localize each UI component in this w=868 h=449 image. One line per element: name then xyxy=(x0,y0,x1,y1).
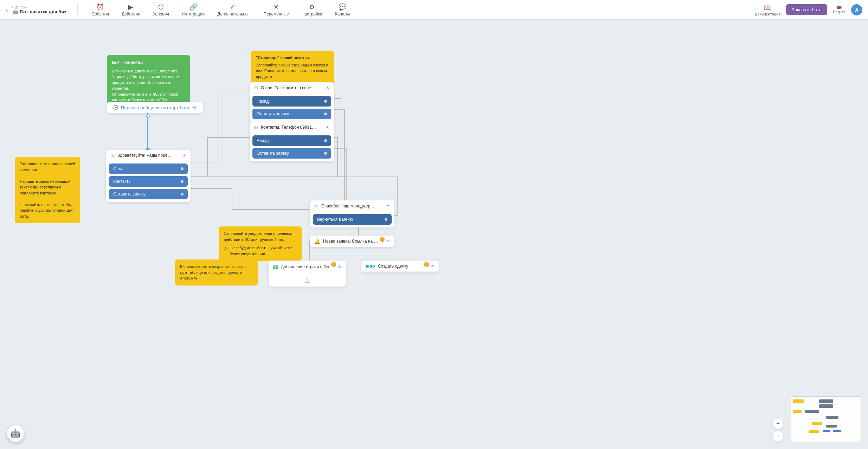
btn-connector-dot xyxy=(385,218,387,221)
contacts-msg-header: ✉ Контакты. Телефон 89991234567 Наш адре… xyxy=(250,122,334,133)
envelope-icon: ✉ xyxy=(314,203,319,209)
about-eye-icon[interactable]: 👁 xyxy=(326,85,330,90)
nav-events-label: События xyxy=(92,12,109,17)
new-order-text: Новая заявка! Ссылка на пользователя... xyxy=(323,239,379,244)
order-bot-button[interactable]: Заказать бота xyxy=(786,4,827,15)
amocrm-icon: amo xyxy=(366,263,375,269)
mini-node-7 xyxy=(812,422,822,425)
flag-icon: 🇬🇧 xyxy=(837,5,842,10)
chat-bubble[interactable]: 🤖 xyxy=(7,425,24,442)
about-msg-node[interactable]: ✉ О нас. Расскажите о своем продукте. Вы… xyxy=(250,82,334,122)
channels-icon: 💬 xyxy=(339,3,346,11)
mini-node-1 xyxy=(793,399,804,403)
nav-events[interactable]: ⏰ События xyxy=(86,2,115,18)
scenario-label: Сценарий xyxy=(12,5,70,9)
contacts-btn-back[interactable]: Назад xyxy=(252,135,331,146)
nav-extra[interactable]: ✓ Дополнительно xyxy=(212,2,253,18)
minimap xyxy=(791,396,861,442)
mini-node-9 xyxy=(809,430,819,433)
mini-node-6 xyxy=(826,416,838,419)
nav-actions[interactable]: ▶ Действия xyxy=(116,2,146,18)
thanks-btn-return[interactable]: Вернуться в меню xyxy=(313,214,392,225)
nav-variables[interactable]: ✕ Переменные xyxy=(258,2,295,18)
thanks-eye-icon[interactable]: 👁 xyxy=(386,204,390,209)
order-label: Оставить заявку xyxy=(257,151,289,156)
google-sheets-node[interactable]: ▦ Добавление строки в Google Таблицу ! 👁… xyxy=(269,261,346,287)
conditions-icon: ⬡ xyxy=(158,3,164,11)
about-btn-order[interactable]: Оставить заявку xyxy=(252,109,331,119)
nav-channels[interactable]: 💬 Каналы xyxy=(329,2,356,18)
nav-conditions[interactable]: ⬡ Условия xyxy=(147,2,175,18)
welcome-btn-order[interactable]: Оставить заявку xyxy=(109,189,188,199)
zoom-in-button[interactable]: + xyxy=(772,418,784,429)
about-btn-back[interactable]: Назад xyxy=(252,96,331,107)
contacts-btn-order[interactable]: Оставить заявку xyxy=(252,148,331,159)
note-save: Вы также можете сохранить заявку в гугл-… xyxy=(175,259,258,286)
back-label: Назад xyxy=(257,138,269,143)
mini-node-8 xyxy=(826,425,837,428)
mini-node-2 xyxy=(819,399,833,403)
start-icon: 💬 xyxy=(112,105,118,110)
nav-settings[interactable]: ⚙ Настройки xyxy=(296,2,328,18)
language-label: English xyxy=(833,10,846,14)
docs-link[interactable]: 📖 Документация xyxy=(755,4,780,16)
google-sheets-icon: ▦ xyxy=(273,263,278,270)
note-intro-title: Бот – визитка xyxy=(112,59,185,66)
start-eye-icon[interactable]: 👁 xyxy=(192,105,197,110)
mini-node-3 xyxy=(819,404,833,408)
note-intro: Бот – визитка Бот-визитка для бизнеса. З… xyxy=(107,55,190,107)
back-button[interactable]: ‹ xyxy=(6,6,8,14)
welcome-msg-node[interactable]: ✉ Здравствуйте! Рады приветствовать вас … xyxy=(106,150,191,202)
language-selector[interactable]: 🇬🇧 English xyxy=(833,5,846,14)
mini-node-10 xyxy=(823,430,830,432)
welcome-msg-header: ✉ Здравствуйте! Рады приветствовать вас … xyxy=(106,150,191,161)
user-avatar[interactable]: А xyxy=(851,4,862,15)
welcome-btn-about[interactable]: О нас xyxy=(109,163,188,174)
new-order-eye-icon[interactable]: 👁 xyxy=(386,239,390,244)
welcome-msg-text: Здравствуйте! Рады приветствовать вас в.… xyxy=(117,153,174,158)
btn-connector-dot xyxy=(324,152,327,155)
note-main-page-text: Это главная страница о вашей компании.На… xyxy=(20,161,75,219)
google-sheets-text: Добавление строки в Google Таблицу xyxy=(281,264,335,269)
envelope-icon: ✉ xyxy=(110,153,115,158)
mini-node-5 xyxy=(805,410,819,413)
start-node[interactable]: 💬 Первое сообщение и старт бота 👁 xyxy=(107,102,203,113)
about-label: О нас xyxy=(113,166,124,171)
nav-integrations[interactable]: 🔗 Интеграции xyxy=(176,2,210,18)
settings-icon: ⚙ xyxy=(309,3,315,11)
bell-icon: 🔔 xyxy=(314,238,320,244)
btn-connector-dot xyxy=(324,100,327,103)
header-nav: ⏰ События ▶ Действия ⬡ Условия 🔗 Интегра… xyxy=(86,2,755,18)
note-save-text: Вы также можете сохранить заявку в гугл-… xyxy=(180,264,253,281)
warning-icon: ⚠ xyxy=(224,245,228,252)
envelope-icon: ✉ xyxy=(254,124,258,130)
back-label: Назад xyxy=(257,99,269,104)
note-notification: Отправляйте уведомление о целевом действ… xyxy=(219,226,302,261)
contacts-msg-node[interactable]: ✉ Контакты. Телефон 89991234567 Наш адре… xyxy=(250,122,334,161)
amocrm-node[interactable]: amo Создать сделку ! 👁 xyxy=(361,261,439,272)
note-main-page: Это главная страница о вашей компании.На… xyxy=(15,157,80,223)
new-order-node[interactable]: 🔔 Новая заявка! Ссылка на пользователя..… xyxy=(310,236,394,247)
order-label: Оставить заявку xyxy=(257,111,289,116)
contacts-eye-icon[interactable]: 👁 xyxy=(326,125,330,130)
note-notification-warning: ⚠ Не забудьте выбрать нужный чат в блоке… xyxy=(224,245,297,257)
about-msg-header: ✉ О нас. Расскажите о своем продукте. Вы… xyxy=(250,82,334,94)
google-eye-icon[interactable]: 👁 xyxy=(337,264,342,269)
amocrm-text: Создать сделку xyxy=(378,264,427,269)
start-label: Первое сообщение и старт бота xyxy=(121,105,189,110)
nav-conditions-label: Условия xyxy=(153,12,169,17)
btn-connector-dot xyxy=(181,167,184,170)
triangle-warning-icon: △ xyxy=(305,276,310,284)
thanks-msg-node[interactable]: ✉ Спасибо! Наш менеджер свяжется с вами … xyxy=(310,200,394,227)
note-pages-title: "Страницы" вашей визитки. xyxy=(256,55,329,61)
welcome-btn-contacts[interactable]: Контакты xyxy=(109,176,188,187)
alert-badge: ! xyxy=(380,237,385,242)
amocrm-header: amo Создать сделку ! 👁 xyxy=(361,261,439,272)
amocrm-alert-badge: ! xyxy=(424,262,429,267)
scenario-name: 🤖 Бот-визитка для биз... xyxy=(12,9,70,14)
about-msg-text: О нас. Расскажите о своем продукте. Вы..… xyxy=(261,85,317,90)
welcome-eye-icon[interactable]: 👁 xyxy=(182,153,186,158)
amocrm-eye-icon[interactable]: 👁 xyxy=(430,264,435,269)
header-right: 📖 Документация Заказать бота 🇬🇧 English … xyxy=(755,4,862,16)
zoom-out-button[interactable]: − xyxy=(772,431,784,442)
